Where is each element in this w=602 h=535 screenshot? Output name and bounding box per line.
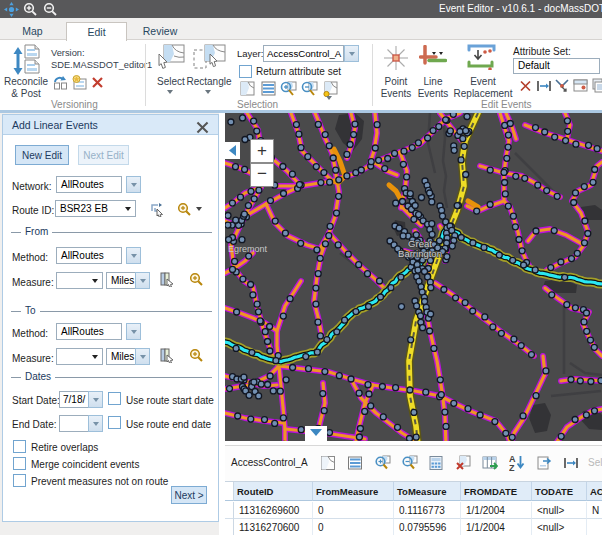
svg-text:Z: Z [509, 463, 515, 472]
svg-text:Barrington: Barrington [398, 248, 442, 259]
svg-text:Egremont: Egremont [228, 244, 268, 254]
